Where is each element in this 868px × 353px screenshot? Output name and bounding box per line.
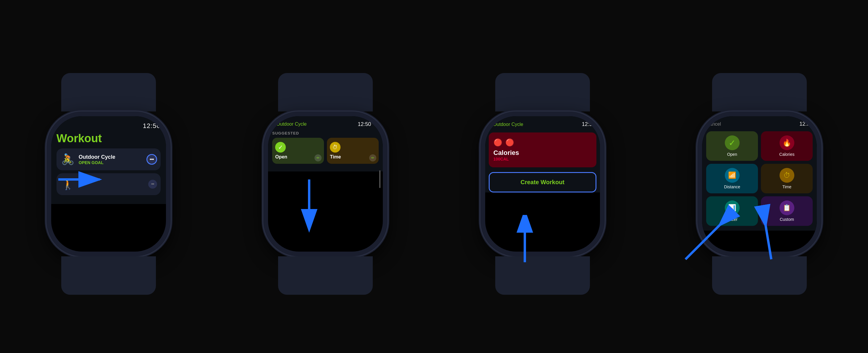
cycle-icon: 🚴 xyxy=(61,153,74,166)
option-time[interactable]: ⏱ Time ✏ xyxy=(327,138,379,164)
back-label-3-inner: Outdoor Cycle xyxy=(493,122,523,127)
workout-goal-1: OPEN GOAL xyxy=(79,160,156,165)
type-label-open: Open xyxy=(727,152,737,157)
fire-icon-b: 🔴 xyxy=(505,138,514,147)
open-icon-symbol: ✓ xyxy=(728,138,736,148)
calories-val-inner: 100CAL xyxy=(493,157,592,161)
workout-type-grid: ✓ Open 🔥 Calories xyxy=(706,131,813,226)
pencil-icon-open: ✏ xyxy=(316,156,319,160)
calories-card-inner: 🔴 🔴 Calories 100CAL xyxy=(489,132,596,167)
time-1: 12:50 xyxy=(143,122,161,130)
check-icon: ✓ xyxy=(275,142,286,153)
nav-bar-2: ‹ Outdoor Cycle 12:50 ☰ xyxy=(272,121,379,127)
dots-icon-1: ••• xyxy=(150,157,154,162)
calories-icon-wrap: 🔥 xyxy=(779,135,794,150)
option-open[interactable]: ✓ Open ✏ xyxy=(272,138,324,164)
band-bottom-1 xyxy=(61,256,156,295)
distance-icon-wrap: 📶 xyxy=(725,168,740,183)
create-workout-btn-inner[interactable]: Create Workout xyxy=(489,172,596,192)
more-button-1[interactable]: ••• xyxy=(147,154,157,165)
type-label-custom: Custom xyxy=(780,217,794,222)
watch-4: Cancel 12:50 ✓ Open xyxy=(674,73,845,280)
type-custom[interactable]: 📋 Custom xyxy=(761,196,813,226)
edit-time-btn[interactable]: ✏ xyxy=(369,154,376,161)
workout-row-2[interactable]: 🚶 ••• xyxy=(57,173,161,195)
pacer-icon-symbol: 📊 xyxy=(728,204,736,212)
status-bar-1: 12:50 xyxy=(57,122,161,130)
fire-icon-a: 🔴 xyxy=(493,138,502,147)
workout-info-1: Outdoor Cycle OPEN GOAL xyxy=(79,154,156,165)
watch-case-1: 12:50 Workout 🚴 Outdoor Cycle OPEN GOAL … xyxy=(46,111,171,256)
type-label-time: Time xyxy=(782,185,792,189)
band-top-3 xyxy=(495,73,590,111)
type-time[interactable]: ⏱ Time xyxy=(761,164,813,193)
back-chevron-2: ‹ xyxy=(272,121,274,127)
type-open[interactable]: ✓ Open xyxy=(706,131,758,161)
pencil-icon-time: ✏ xyxy=(371,156,374,160)
timer-icon: ⏱ xyxy=(330,142,341,153)
watch-screen-1: 12:50 Workout 🚴 Outdoor Cycle OPEN GOAL … xyxy=(51,116,166,252)
band-top-2 xyxy=(278,73,373,111)
watch-case-2: ‹ Outdoor Cycle 12:50 ☰ SUGGESTED ✓ xyxy=(263,111,388,256)
scroll-indicator-2 xyxy=(379,170,380,188)
open-icon-wrap: ✓ xyxy=(725,135,740,150)
watch-case-3: ‹ Outdoor Cycle 12:50 🔴 🔴 Calories 100CA… xyxy=(480,111,605,256)
more-button-2[interactable]: ••• xyxy=(148,180,157,189)
band-bottom-3 xyxy=(495,256,590,295)
back-chevron-3-inner: ‹ xyxy=(490,121,492,128)
app-title-1: Workout xyxy=(57,132,161,145)
watch-2: ‹ Outdoor Cycle 12:50 ☰ SUGGESTED ✓ xyxy=(240,73,411,280)
watch-1: 12:50 Workout 🚴 Outdoor Cycle OPEN GOAL … xyxy=(23,73,194,280)
band-bottom-2 xyxy=(278,256,373,295)
calories-icon-symbol: 🔥 xyxy=(782,139,792,147)
option-label-time: Time xyxy=(330,154,341,160)
custom-icon-wrap: 📋 xyxy=(779,200,794,215)
watch-screen-2: ‹ Outdoor Cycle 12:50 ☰ SUGGESTED ✓ xyxy=(268,116,383,252)
edit-open-btn[interactable]: ✏ xyxy=(314,154,321,161)
option-label-open: Open xyxy=(275,154,287,160)
watch-screen-4: Cancel 12:50 ✓ Open xyxy=(702,116,817,252)
timer-symbol: ⏱ xyxy=(333,144,338,151)
watch-screen-3: ‹ Outdoor Cycle 12:50 🔴 🔴 Calories 100CA… xyxy=(485,116,600,252)
screen4-header: Cancel 12:50 xyxy=(706,121,813,127)
type-distance[interactable]: 📶 Distance xyxy=(706,164,758,193)
pacer-icon-wrap: 📊 xyxy=(725,200,740,215)
band-bottom-4 xyxy=(712,256,807,295)
nav-bar-3-inner: ‹ Outdoor Cycle 12:50 xyxy=(485,116,600,130)
check-symbol: ✓ xyxy=(278,144,283,151)
walk-icon: 🚶 xyxy=(61,178,74,190)
type-label-distance: Distance xyxy=(724,185,740,189)
option-row-2: ✓ Open ✏ ⏱ Time xyxy=(272,138,379,164)
calories-label-inner: Calories xyxy=(493,149,592,157)
time-icon-symbol: ⏱ xyxy=(783,171,790,180)
time-4: 12:50 xyxy=(799,121,813,127)
menu-icon-2[interactable]: ☰ xyxy=(374,121,379,127)
custom-icon-symbol: 📋 xyxy=(783,204,791,212)
band-top-4 xyxy=(712,73,807,111)
workout-row-1[interactable]: 🚴 Outdoor Cycle OPEN GOAL ••• xyxy=(57,149,161,170)
watch-case-4: Cancel 12:50 ✓ Open xyxy=(697,111,822,256)
time-icon-wrap: ⏱ xyxy=(779,168,794,183)
create-btn-area-inner: Create Workout xyxy=(485,172,600,192)
nav-time-2: 12:50 xyxy=(358,121,371,127)
band-top-1 xyxy=(61,73,156,111)
type-label-pacer: Pacer xyxy=(726,217,738,222)
dots-icon-2: ••• xyxy=(151,182,154,186)
back-label-2: Outdoor Cycle xyxy=(276,122,307,127)
workout-name-1: Outdoor Cycle xyxy=(79,154,156,160)
type-calories[interactable]: 🔥 Calories xyxy=(761,131,813,161)
watch-3: ‹ Outdoor Cycle 12:50 🔴 🔴 Calories 100CA… xyxy=(457,73,628,280)
type-label-calories: Calories xyxy=(779,152,794,157)
nav-time-3-inner: 12:50 xyxy=(582,121,595,127)
section-label-2: SUGGESTED xyxy=(272,131,379,135)
back-nav-2[interactable]: ‹ Outdoor Cycle xyxy=(272,121,307,127)
type-pacer[interactable]: 📊 Pacer xyxy=(706,196,758,226)
cancel-btn-4[interactable]: Cancel xyxy=(706,122,721,127)
distance-icon-symbol: 📶 xyxy=(728,171,736,179)
